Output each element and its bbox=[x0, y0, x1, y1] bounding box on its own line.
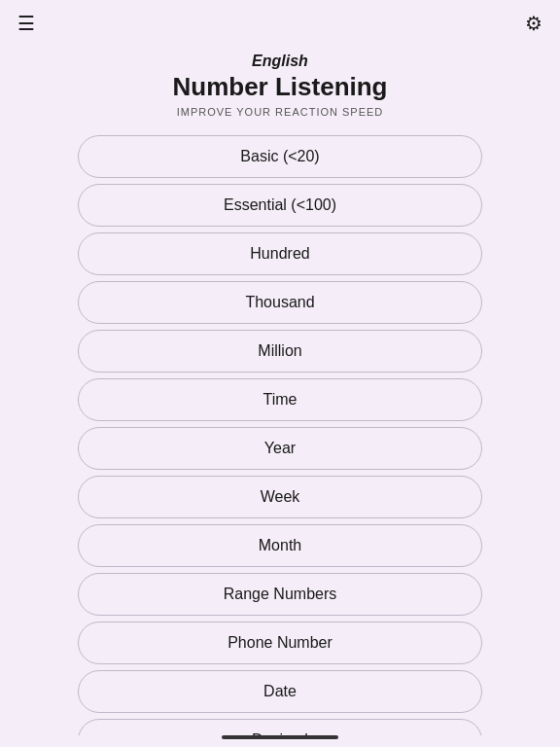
menu-icon[interactable]: ☰ bbox=[18, 14, 35, 33]
menu-item-range-numbers[interactable]: Range Numbers bbox=[78, 573, 482, 616]
menu-item-essential[interactable]: Essential (<100) bbox=[78, 184, 482, 227]
home-indicator bbox=[222, 735, 338, 739]
top-bar: ☰ ⚙ bbox=[0, 0, 560, 33]
menu-item-phone-number[interactable]: Phone Number bbox=[78, 622, 482, 664]
menu-item-basic[interactable]: Basic (<20) bbox=[78, 135, 482, 178]
bottom-bar bbox=[0, 735, 560, 747]
menu-item-million[interactable]: Million bbox=[78, 330, 482, 373]
header-language: English bbox=[172, 53, 387, 70]
menu-item-hundred[interactable]: Hundred bbox=[78, 232, 482, 275]
menu-list: Basic (<20)Essential (<100)HundredThousa… bbox=[0, 135, 560, 735]
menu-item-time[interactable]: Time bbox=[78, 378, 482, 421]
header-subtitle: IMPROVE YOUR REACTION SPEED bbox=[172, 106, 387, 118]
menu-item-decimal[interactable]: Decimal bbox=[78, 719, 482, 735]
menu-item-date[interactable]: Date bbox=[78, 670, 482, 713]
header: English Number Listening IMPROVE YOUR RE… bbox=[172, 53, 387, 118]
menu-item-thousand[interactable]: Thousand bbox=[78, 281, 482, 324]
menu-item-year[interactable]: Year bbox=[78, 427, 482, 470]
settings-icon[interactable]: ⚙ bbox=[525, 14, 542, 33]
menu-item-month[interactable]: Month bbox=[78, 524, 482, 567]
menu-item-week[interactable]: Week bbox=[78, 476, 482, 518]
header-title: Number Listening bbox=[172, 72, 387, 102]
